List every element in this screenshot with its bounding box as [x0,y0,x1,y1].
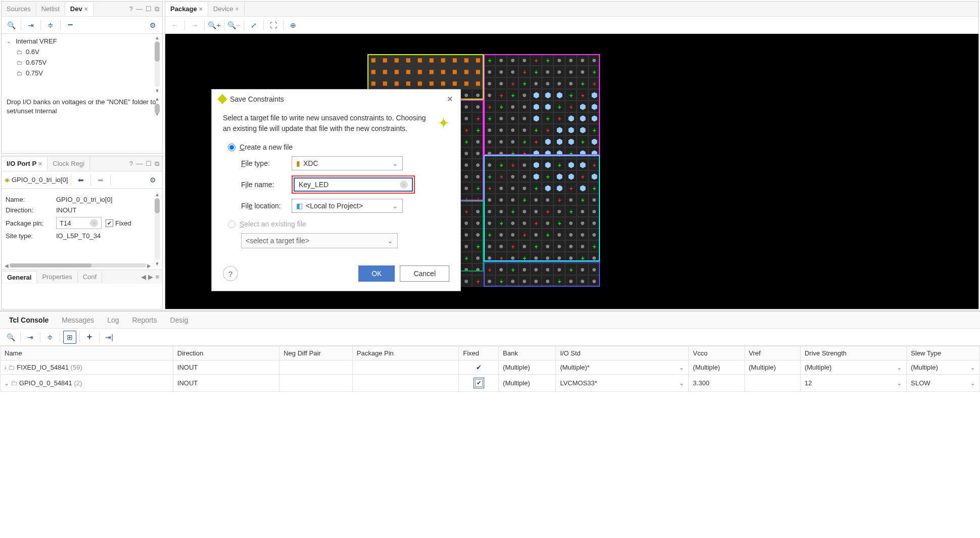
tab-properties[interactable]: Properties [37,271,77,283]
remove-icon[interactable]: − [64,19,77,32]
scroll-down-icon[interactable]: ▼ [154,260,161,267]
chevron-down-icon[interactable]: ⌄ [970,379,975,387]
file-name-input[interactable]: Key_LED ✕ [294,177,413,192]
close-icon[interactable]: × [38,160,42,167]
back-icon[interactable]: ← [168,19,181,32]
col-direction[interactable]: Direction [173,346,279,361]
col-bank[interactable]: Bank [499,346,556,361]
chevron-down-icon[interactable]: ⌄ [392,159,398,167]
maximize-icon[interactable]: ☐ [146,160,152,167]
col-neg-diff[interactable]: Neg Diff Pair [279,346,353,361]
close-icon[interactable]: × [199,6,203,13]
tab-device[interactable]: Device× [208,3,245,15]
scroll-up-icon[interactable]: ▲ [154,34,161,41]
table-row[interactable]: ›🗀FIXED_IO_54841 (59) INOUT ✔ (Multiple)… [1,361,980,375]
minimize-icon[interactable]: — [136,5,143,13]
col-fixed[interactable]: Fixed [459,346,499,361]
tab-conf[interactable]: Conf [78,271,102,283]
help-icon[interactable]: ? [129,5,133,13]
close-icon[interactable]: ✕ [447,95,453,104]
col-name[interactable]: Name [1,346,173,361]
file-type-select[interactable]: ▮ XDC ⌄ [292,156,403,170]
minimize-icon[interactable]: — [136,160,143,167]
gear-icon[interactable]: ⚙ [146,173,159,187]
tab-messages[interactable]: Messages [56,313,100,327]
scroll-left-icon[interactable]: ◀ [4,262,10,270]
clear-icon[interactable]: ✕ [400,181,408,189]
back-icon[interactable]: ⬅ [74,173,87,187]
forward-icon[interactable]: → [188,19,201,32]
maximize-icon[interactable]: ☐ [146,5,152,13]
tree-item[interactable]: 🗀 0.75V [4,68,160,78]
export-icon[interactable]: ⇥| [103,331,116,344]
cancel-button[interactable]: Cancel [400,265,449,282]
col-vref[interactable]: Vref [744,346,800,361]
radio-select-existing[interactable]: Select an existing file [228,220,449,228]
col-drive-strength[interactable]: Drive Strength [800,346,906,361]
col-package-pin[interactable]: Package Pin [352,346,458,361]
center-icon[interactable]: ⊕ [287,19,300,32]
scroll-up-icon[interactable]: ▲ [154,191,161,198]
tab-design[interactable]: Desig [164,313,195,327]
vref-tree: ⌄ Internal VREF 🗀 0.6V 🗀 0.675V 🗀 0.75V … [2,34,162,95]
tab-io-port[interactable]: I/O Port P× [2,157,48,171]
zoom-out-icon[interactable]: 🔍− [227,19,241,32]
tab-clock-regi[interactable]: Clock Regi [48,157,90,170]
fit-icon[interactable]: ⤢ [247,19,260,32]
chevron-right-icon[interactable]: › [5,365,6,371]
help-button[interactable]: ? [223,266,238,281]
nav-right-icon[interactable]: ▶ [148,273,153,281]
expand-icon[interactable]: ≑ [44,19,57,32]
tab-log[interactable]: Log [101,313,125,327]
tab-netlist[interactable]: Netlist [36,3,65,15]
close-icon[interactable]: × [84,6,88,13]
nav-left-icon[interactable]: ◀ [141,273,146,281]
collapse-icon[interactable]: ⇥ [24,19,37,32]
table-row[interactable]: ⌄🗀GPIO_0_0_54841 (2) INOUT (Multiple) LV… [1,375,980,392]
tab-sources[interactable]: Sources [2,3,36,15]
fixed-checkbox[interactable] [106,219,113,227]
chevron-down-icon[interactable]: ⌄ [897,379,902,387]
chevron-down-icon[interactable]: ⌄ [5,381,9,386]
scroll-down-icon[interactable]: ▼ [154,87,161,95]
chevron-down-icon[interactable]: ⌄ [679,379,684,387]
tab-reports[interactable]: Reports [126,313,163,327]
ok-button[interactable]: OK [358,265,395,282]
gear-icon[interactable]: ⚙ [146,19,159,32]
tree-item[interactable]: 🗀 0.675V [4,57,160,68]
radio-create-new[interactable]: Create a new file [228,143,449,151]
zoom-in-icon[interactable]: 🔍+ [208,19,221,32]
group-icon[interactable]: ⊞ [63,331,76,344]
tree-item[interactable]: 🗀 0.6V [4,47,160,57]
tab-dev[interactable]: Dev× [65,3,94,16]
radio-create-input[interactable] [228,144,236,151]
tab-general[interactable]: General [2,271,37,283]
chevron-down-icon[interactable]: ⌄ [970,364,975,371]
add-icon[interactable]: + [83,331,96,344]
chevron-down-icon[interactable]: ⌄ [392,202,398,210]
clear-icon[interactable]: ✕ [90,219,98,227]
scroll-right-icon[interactable]: ▶ [146,262,152,270]
fixed-checkbox[interactable] [475,379,483,387]
tab-package[interactable]: Package× [165,3,208,16]
expand-icon[interactable]: ≑ [43,331,57,344]
chevron-down-icon[interactable]: ⌄ [679,364,684,371]
collapse-icon[interactable]: ⇥ [24,331,37,344]
restore-icon[interactable]: ⧉ [155,5,159,13]
scroll-up-icon[interactable]: ▲ [154,95,161,104]
chevron-down-icon[interactable]: ⌄ [897,364,902,371]
package-pin-input[interactable]: T14✕ [56,217,102,229]
menu-icon[interactable]: ≡ [155,273,159,281]
tree-root[interactable]: ⌄ Internal VREF [4,36,160,47]
help-icon[interactable]: ? [129,160,133,167]
col-io-std[interactable]: I/O Std [556,346,689,361]
zoom-area-icon[interactable]: ⛶ [267,19,280,32]
close-icon[interactable]: × [236,6,239,13]
file-location-select[interactable]: ◧ <Local to Project> ⌄ [292,199,403,213]
tab-tcl-console[interactable]: Tcl Console [3,313,55,327]
restore-icon[interactable]: ⧉ [155,160,159,168]
search-icon[interactable]: 🔍 [4,331,17,344]
col-slew-type[interactable]: Slew Type [907,346,980,361]
col-vcco[interactable]: Vcco [689,346,744,361]
search-icon[interactable]: 🔍 [5,19,18,32]
